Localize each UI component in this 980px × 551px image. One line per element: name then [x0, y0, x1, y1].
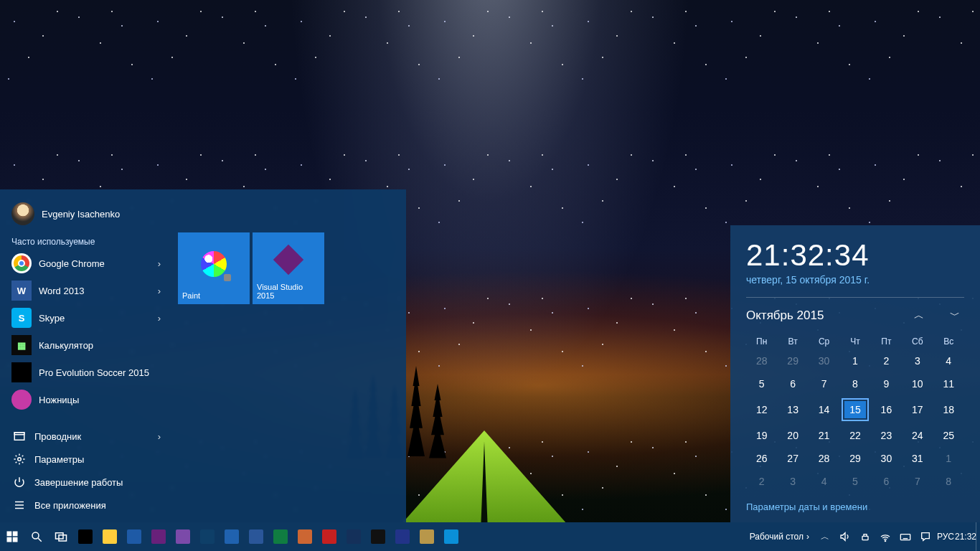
calendar-day[interactable]: 2 — [871, 349, 902, 372]
taskbar-word[interactable] — [244, 522, 268, 551]
svg-rect-7 — [13, 532, 18, 537]
calendar-day[interactable]: 20 — [777, 424, 808, 447]
taskbar-visual-studio[interactable] — [146, 522, 171, 551]
start-power[interactable]: Завершение работы — [0, 471, 172, 494]
calendar-day[interactable]: 2 — [746, 470, 777, 493]
calendar-day[interactable]: 18 — [933, 395, 964, 424]
calendar-day[interactable]: 25 — [933, 424, 964, 447]
calendar-day[interactable]: 17 — [902, 395, 933, 424]
volume-icon[interactable] — [835, 522, 855, 551]
taskbar-excel[interactable] — [268, 522, 293, 551]
taskbar-teamviewer[interactable] — [439, 522, 463, 551]
taskbar-file-explorer[interactable] — [98, 522, 122, 551]
show-desktop-button[interactable]: Рабочий стол › — [744, 532, 815, 542]
calendar-day[interactable]: 29 — [839, 447, 870, 470]
task-view-button[interactable] — [49, 522, 73, 551]
start-button[interactable] — [0, 522, 24, 551]
calendar-day[interactable]: 12 — [746, 395, 777, 424]
taskbar-utility[interactable] — [390, 522, 415, 551]
svg-point-16 — [885, 540, 885, 541]
taskbar-paint[interactable] — [415, 522, 439, 551]
onenote-icon — [200, 529, 215, 544]
calendar-day[interactable]: 28 — [809, 447, 839, 470]
calendar-day[interactable]: 6 — [871, 470, 902, 493]
calendar-day[interactable]: 3 — [777, 470, 808, 493]
calendar-day[interactable]: 21 — [809, 424, 839, 447]
calendar-day[interactable]: 8 — [933, 470, 964, 493]
calendar-day[interactable]: 24 — [902, 424, 933, 447]
calendar-day[interactable]: 3 — [902, 349, 933, 372]
calendar-day[interactable]: 26 — [746, 447, 777, 470]
calendar-day[interactable]: 13 — [777, 395, 808, 424]
flyout-time: 21:32:34 — [746, 238, 964, 273]
chevron-right-icon: › — [806, 532, 809, 542]
calendar-next-month[interactable]: ﹀ — [946, 306, 964, 325]
calendar-day[interactable]: 7 — [809, 372, 839, 395]
start-app-google-chrome[interactable]: Google Chrome› — [0, 250, 172, 277]
calendar-day[interactable]: 31 — [902, 447, 933, 470]
taskbar-command-prompt[interactable] — [341, 522, 366, 551]
start-app-калькулятор[interactable]: ▦Калькулятор — [0, 331, 172, 359]
calendar-dow: Вт — [777, 334, 808, 349]
calendar-day[interactable]: 4 — [809, 470, 839, 493]
calendar-day[interactable]: 8 — [839, 372, 870, 395]
taskbar-steam[interactable] — [366, 522, 390, 551]
calendar-day[interactable]: 19 — [746, 424, 777, 447]
taskbar-visual-studio-alt[interactable] — [171, 522, 195, 551]
start-explorer[interactable]: Проводник› — [0, 425, 172, 448]
calendar-day[interactable]: 30 — [809, 349, 839, 372]
calendar-month-title[interactable]: Октябрь 2015 — [746, 309, 824, 323]
calendar-day[interactable]: 22 — [839, 424, 870, 447]
start-app-word-2013[interactable]: WWord 2013› — [0, 277, 172, 304]
system-tray: Рабочий стол › ︿ РУС 21:32 — [744, 522, 980, 551]
tile-visual-studio[interactable]: Visual Studio 2015 — [253, 232, 324, 304]
taskbar-floppy[interactable] — [122, 522, 146, 551]
taskbar-chrome[interactable] — [73, 522, 98, 551]
calendar-day[interactable]: 29 — [777, 349, 808, 372]
date-time-settings-link[interactable]: Параметры даты и времени — [746, 501, 964, 512]
start-settings[interactable]: Параметры — [0, 448, 172, 471]
start-all-apps[interactable]: Все приложения — [0, 494, 172, 517]
taskbar-uninstaller[interactable] — [293, 522, 317, 551]
start-app-skype[interactable]: SSkype› — [0, 304, 172, 331]
calendar-day[interactable]: 1 — [839, 349, 870, 372]
calendar-day[interactable]: 6 — [777, 372, 808, 395]
calendar-day[interactable]: 5 — [746, 372, 777, 395]
calendar-day[interactable]: 23 — [871, 424, 902, 447]
calendar-day[interactable]: 5 — [839, 470, 870, 493]
calendar-prev-month[interactable]: ︿ — [910, 306, 928, 325]
action-center-icon[interactable] — [915, 522, 936, 551]
show-desktop-peek[interactable] — [976, 522, 980, 551]
start-app-pro-evolution-soccer-2015[interactable]: Pro Evolution Soccer 2015 — [0, 359, 172, 386]
keyboard-icon[interactable] — [895, 522, 915, 551]
start-app-ножницы[interactable]: Ножницы — [0, 386, 172, 413]
calendar-day[interactable]: 4 — [933, 349, 964, 372]
start-user[interactable]: Evgeniy Isachenko — [0, 197, 172, 231]
calendar-day[interactable]: 10 — [902, 372, 933, 395]
app-label: Калькулятор — [39, 340, 93, 351]
app-icon: W — [11, 281, 32, 301]
taskbar-onenote[interactable] — [195, 522, 220, 551]
calendar-day[interactable]: 28 — [746, 349, 777, 372]
taskbar-aida64[interactable] — [317, 522, 341, 551]
calendar-day[interactable]: 14 — [809, 395, 839, 424]
search-button[interactable] — [24, 522, 49, 551]
calendar-day[interactable]: 16 — [871, 395, 902, 424]
network-icon[interactable] — [875, 522, 895, 551]
calendar-day[interactable]: 15 — [839, 395, 870, 424]
calendar-day[interactable]: 11 — [933, 372, 964, 395]
calendar-day[interactable]: 30 — [871, 447, 902, 470]
excel-icon — [273, 529, 288, 544]
input-language[interactable]: РУС — [936, 522, 956, 551]
calendar-day[interactable]: 27 — [777, 447, 808, 470]
file-explorer-icon — [103, 529, 117, 544]
tray-overflow-button[interactable]: ︿ — [815, 522, 835, 551]
calendar-day[interactable]: 1 — [933, 447, 964, 470]
tile-paint[interactable]: Paint — [178, 232, 250, 304]
calendar-day[interactable]: 9 — [871, 372, 902, 395]
taskbar-clock[interactable]: 21:32 — [956, 522, 976, 551]
calendar-day[interactable]: 7 — [902, 470, 933, 493]
label: Завершение работы — [34, 477, 123, 488]
safely-remove-icon[interactable] — [855, 522, 875, 551]
taskbar-calculator[interactable] — [220, 522, 244, 551]
